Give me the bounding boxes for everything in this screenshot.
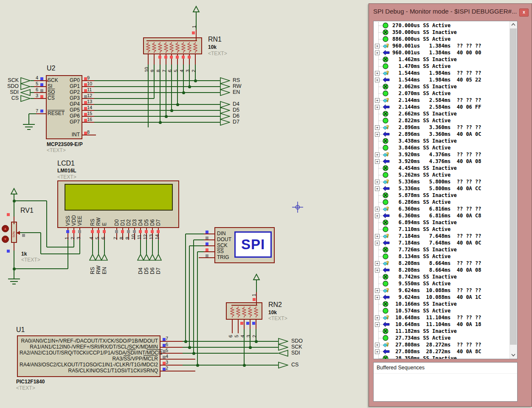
terminal-d7-lcd[interactable] (155, 254, 162, 261)
debug-row[interactable]: + 7.184ms 7.648ms 40 0A 0C (374, 239, 510, 246)
expand-toggle[interactable]: + (375, 295, 380, 300)
debug-row[interactable]: 8.742ms SS Inactive (374, 273, 510, 280)
debug-row[interactable]: +960.001us 1.384ms 40 00 00 (374, 49, 510, 56)
expand-toggle[interactable]: + (375, 51, 380, 55)
debug-row[interactable]: 10.166ms SS Inactive (374, 301, 510, 307)
scrollbar[interactable] (509, 21, 517, 359)
debug-row[interactable]: 27.734ms SS Active (374, 335, 510, 341)
debug-row[interactable]: + 2.144ms 2.584ms 40 06 FF (374, 104, 510, 110)
expand-toggle[interactable]: + (375, 322, 380, 327)
debug-row[interactable]: 10.574ms SS Active (374, 307, 510, 314)
debug-row[interactable]: 2.070ms SS Active (374, 90, 510, 97)
debug-row[interactable]: 6.894ms SS Inactive (374, 219, 510, 226)
debug-row[interactable]: 6.286ms SS Active (374, 199, 510, 205)
debug-row[interactable]: 5.878ms SS Inactive (374, 192, 510, 199)
terminal-d7-bus[interactable] (220, 119, 230, 126)
debug-row[interactable]: 4.454ms SS Inactive (374, 165, 510, 172)
scroll-down-icon[interactable] (510, 352, 517, 359)
pin-number: 9 (125, 237, 130, 239)
debug-row[interactable]: +? 7.184ms 7.648ms ?? ?? ?? (374, 233, 510, 239)
debug-row-text: 886.000us SS Active (392, 36, 450, 42)
debug-row[interactable]: 3.438ms SS Inactive (374, 138, 510, 144)
debug-row[interactable]: +? 8.208ms 8.664ms ?? ?? ?? (374, 260, 510, 267)
debug-row[interactable]: + 3.920ms 4.376ms 40 0A 08 (374, 158, 510, 165)
debug-row[interactable]: 270.000us SS Active (374, 22, 510, 29)
tree-connector (379, 202, 383, 203)
expand-toggle[interactable]: + (375, 125, 380, 130)
debug-row[interactable]: 3.846ms SS Active (374, 144, 510, 151)
debug-row-text: 2.896ms 3.360ms ?? ?? ?? (392, 124, 481, 130)
expand-toggle[interactable]: + (375, 268, 380, 273)
expand-toggle[interactable]: + (375, 343, 380, 347)
debug-row[interactable]: 886.000us SS Active (374, 36, 510, 42)
debug-row[interactable]: +? 5.336ms 5.800ms ?? ?? ?? (374, 178, 510, 185)
debug-row[interactable]: +? 2.144ms 2.584ms ?? ?? ?? (374, 97, 510, 104)
scroll-up-icon[interactable] (510, 21, 517, 28)
expand-toggle[interactable]: + (375, 71, 380, 76)
expand-toggle[interactable]: + (375, 44, 380, 48)
terminal-en-lcd[interactable] (101, 254, 108, 261)
wire (79, 240, 80, 254)
debug-row[interactable]: 8.134ms SS Active (374, 253, 510, 260)
terminal-cs-u2[interactable] (20, 95, 31, 102)
expand-toggle[interactable]: + (375, 214, 380, 218)
expand-toggle[interactable]: + (375, 207, 380, 211)
debug-row[interactable]: +? 9.624ms 10.088ms ?? ?? ?? (374, 287, 510, 294)
debug-row[interactable]: 11.182ms SS Inactive (374, 328, 510, 335)
scrollbar-thumb[interactable] (510, 28, 517, 345)
expand-toggle[interactable]: + (375, 78, 380, 82)
expand-toggle[interactable]: + (375, 288, 380, 293)
rv1-increase-button[interactable]: ▲ (2, 225, 9, 232)
debug-row-text: 5.878ms SS Inactive (392, 192, 457, 198)
debug-row[interactable]: +? 6.360ms 6.816ms ?? ?? ?? (374, 205, 510, 212)
debug-row[interactable]: + 5.336ms 5.800ms 40 0A CC (374, 185, 510, 192)
debug-row[interactable]: + 9.624ms 10.088ms 40 0A 1C (374, 294, 510, 301)
expand-toggle[interactable]: + (375, 180, 380, 184)
debug-row[interactable]: + 27.808ms 28.272ms 40 0A 8C (374, 348, 510, 355)
debug-row[interactable]: +? 2.896ms 3.360ms ?? ?? ?? (374, 124, 510, 131)
debug-row-text: 4.454ms SS Inactive (392, 165, 457, 171)
debug-row[interactable]: +?960.001us 1.384ms ?? ?? ?? (374, 42, 510, 49)
spi-event-list[interactable]: 270.000us SS Active350.000us SS Inactive… (373, 21, 518, 359)
window-titlebar[interactable]: SPI Debug - Monitor mode - $ISPI DEBUGGE… (369, 4, 532, 19)
terminal-cs-u1[interactable] (278, 362, 288, 369)
expand-toggle[interactable]: + (375, 261, 380, 266)
expand-toggle[interactable]: + (375, 159, 380, 164)
expand-toggle[interactable]: + (375, 152, 380, 157)
debug-row[interactable]: 1.462ms SS Inactive (374, 56, 510, 63)
expand-toggle[interactable]: + (375, 315, 380, 320)
debug-row[interactable]: 9.550ms SS Active (374, 280, 510, 287)
expand-toggle[interactable]: + (375, 98, 380, 103)
debug-row[interactable]: 350.000us SS Inactive (374, 29, 510, 36)
debug-row[interactable]: 2.062ms SS Inactive (374, 83, 510, 90)
expand-toggle[interactable]: + (375, 132, 380, 137)
terminal-en-bus[interactable] (220, 89, 230, 96)
expand-toggle[interactable]: + (375, 349, 380, 354)
expand-toggle[interactable]: + (375, 234, 380, 239)
spi-debug-window[interactable]: SPI Debug - Monitor mode - $ISPI DEBUGGE… (369, 3, 532, 407)
debug-row[interactable]: 1.470ms SS Active (374, 63, 510, 70)
debug-row[interactable]: 2.662ms SS Inactive (374, 110, 510, 117)
expand-toggle[interactable]: + (375, 241, 380, 245)
debug-row[interactable]: +? 27.808ms 28.272ms ?? ?? ?? (374, 341, 510, 348)
debug-row[interactable]: +? 10.648ms 11.104ms ?? ?? ?? (374, 314, 510, 321)
debug-row[interactable]: + 8.208ms 8.664ms 40 0A 08 (374, 267, 510, 273)
debug-row[interactable]: 2.822ms SS Active (374, 117, 510, 124)
debug-row[interactable]: + 6.360ms 6.816ms 40 0A C8 (374, 212, 510, 219)
debug-row[interactable]: 7.726ms SS Inactive (374, 246, 510, 253)
debug-row[interactable]: 7.110ms SS Active (374, 226, 510, 233)
debug-row[interactable]: + 10.648ms 11.104ms 40 0A 18 (374, 321, 510, 328)
close-button[interactable]: x (519, 8, 529, 17)
expand-toggle[interactable]: + (375, 105, 380, 110)
debug-row[interactable]: 5.262ms SS Active (374, 172, 510, 178)
debug-row[interactable]: +? 3.920ms 4.376ms ?? ?? ?? (374, 151, 510, 158)
debug-row[interactable]: + 2.896ms 3.360ms 40 0A 0C (374, 131, 510, 138)
junction-dot (13, 267, 16, 270)
debug-row[interactable]: + 1.544ms 1.984ms 40 05 22 (374, 76, 510, 83)
expand-toggle[interactable]: + (375, 186, 380, 191)
terminal-label-d5-lcd: D5 (144, 267, 149, 274)
debug-row[interactable]: 28.350ms SS Inactive (374, 355, 510, 359)
terminal-sdi-u1[interactable] (278, 350, 288, 357)
rv1-decrease-button[interactable]: ▼ (2, 236, 9, 243)
debug-row[interactable]: +? 1.544ms 1.984ms ?? ?? ?? (374, 70, 510, 76)
